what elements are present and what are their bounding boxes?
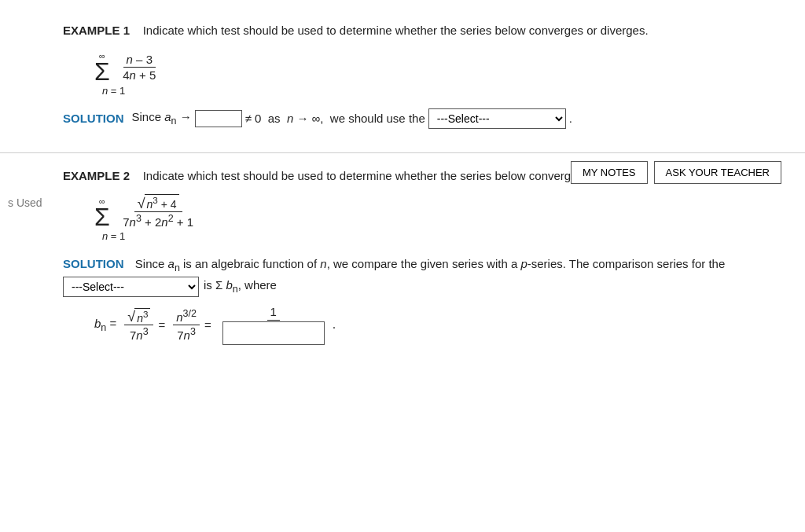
solution-text-2: Since an is an algebraic function of n, … <box>132 257 726 270</box>
example1-label: EXAMPLE 1 <box>63 24 130 37</box>
frac-den-1: 4n + 5 <box>119 68 159 82</box>
bn-answer-input[interactable] <box>222 321 325 345</box>
solution-label-2: SOLUTION <box>63 257 124 270</box>
sum-from-1: n = 1 <box>102 85 125 97</box>
example1-series: ∞ Σ n – 3 4n + 5 n = 1 <box>94 48 742 97</box>
bn-frac-num-2: n3/2 <box>173 308 200 325</box>
solution-input-1[interactable] <box>195 110 242 127</box>
solution-text-1a: Since an → <box>132 110 192 127</box>
example2-solution-block: SOLUTION Since an is an algebraic functi… <box>63 254 742 277</box>
bn-frac-den-1: 7n3 <box>127 325 152 342</box>
sigma-2: Σ <box>94 206 110 229</box>
bn-formula: bn = √ n3 7n3 = n3/2 7n3 = 1 <box>94 305 742 345</box>
example1-description: Indicate which test should be used to de… <box>143 24 649 37</box>
bn-fraction-2: n3/2 7n3 <box>173 308 200 342</box>
solution-text-1b: ≠ 0 as n → ∞, we should use the <box>245 112 425 125</box>
bn-frac-den-2: 7n3 <box>174 325 199 342</box>
frac-num-2: √ n3 + 4 <box>134 194 182 212</box>
select-line-2: ---Select--- Integral Test Comparison Te… <box>63 277 742 297</box>
fraction-1: n – 3 4n + 5 <box>119 53 159 82</box>
example1-solution-line: SOLUTION Since an → ≠ 0 as n → ∞, we sho… <box>63 108 742 129</box>
ask-teacher-button[interactable]: ASK YOUR TEACHER <box>654 161 781 184</box>
example1-header: EXAMPLE 1 Indicate which test should be … <box>63 24 742 37</box>
example2-label: EXAMPLE 2 <box>63 169 130 182</box>
top-buttons: MY NOTES ASK YOUR TEACHER <box>571 161 781 184</box>
page-container: s Used EXAMPLE 1 Indicate which test sho… <box>0 0 805 532</box>
period-2: . <box>333 317 336 332</box>
my-notes-button[interactable]: MY NOTES <box>571 161 648 184</box>
bn-sqrt-content: n3 <box>134 308 150 325</box>
bn-fraction-3: 1 <box>219 305 328 345</box>
example1-section: EXAMPLE 1 Indicate which test should be … <box>0 0 805 153</box>
bn-eq1: = <box>158 318 165 332</box>
sqrt-expr-2: √ n3 + 4 <box>138 194 179 211</box>
sqrt-content-2: n3 + 4 <box>145 194 179 211</box>
frac-num-1: n – 3 <box>123 53 156 68</box>
solution-label-1: SOLUTION <box>63 112 124 125</box>
select-test-1[interactable]: ---Select--- Divergence Test Integral Te… <box>428 108 566 129</box>
bn-sqrt: √ n3 <box>127 308 150 325</box>
bn-fraction-1: √ n3 7n3 <box>124 308 153 343</box>
sum-from-2: n = 1 <box>102 230 125 242</box>
bn-frac-num-3: 1 <box>267 305 280 321</box>
bn-label: bn = <box>94 317 116 333</box>
fraction-2: √ n3 + 4 7n3 + 2n2 + 1 <box>119 194 197 229</box>
bn-frac-num-1: √ n3 <box>124 308 153 326</box>
example2-section: MY NOTES ASK YOUR TEACHER EXAMPLE 2 Indi… <box>0 153 805 376</box>
bn-frac-den-3 <box>219 321 328 345</box>
frac-den-2: 7n3 + 2n2 + 1 <box>119 212 197 229</box>
select-is-text: is Σ bn, where <box>204 278 277 295</box>
example2-series: ∞ Σ √ n3 + 4 7n3 + 2n2 + 1 n = 1 <box>94 193 742 243</box>
period-1: . <box>569 112 572 125</box>
select-test-2[interactable]: ---Select--- Integral Test Comparison Te… <box>63 277 199 297</box>
sigma-1: Σ <box>94 61 110 83</box>
bn-eq2: = <box>204 318 211 332</box>
